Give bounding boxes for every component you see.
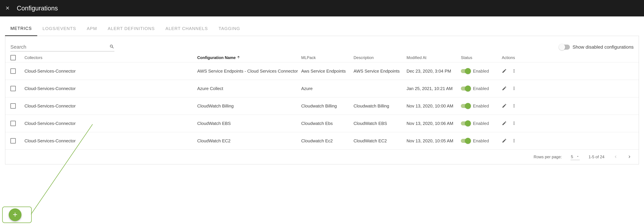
tab-alert-definitions[interactable]: ALERT DEFINITIONS xyxy=(102,22,160,36)
more-button[interactable] xyxy=(512,138,516,144)
header-status[interactable]: Status xyxy=(461,55,502,60)
rows-per-page-value: 5 xyxy=(571,154,573,159)
show-disabled-label: Show disabled configurations xyxy=(572,44,634,50)
cell-modified-at: Nov 13, 2020, 10:00 AM xyxy=(406,104,461,109)
table-row: Cloud-Services-Connector AWS Service End… xyxy=(5,62,639,80)
more-vert-icon xyxy=(512,103,516,109)
header-collectors[interactable]: Collectors xyxy=(24,55,197,60)
cell-config-name: Azure Collect xyxy=(197,86,301,91)
cell-mlpack: Azure xyxy=(301,86,354,91)
cell-collectors: Cloud-Services-Connector xyxy=(24,138,197,144)
status-toggle[interactable] xyxy=(461,69,470,73)
row-checkbox[interactable] xyxy=(10,68,16,74)
table-row: Cloud-Services-Connector CloudWatch EC2 … xyxy=(5,132,639,150)
edit-button[interactable] xyxy=(502,103,507,109)
status-label: Enabled xyxy=(473,86,489,91)
more-button[interactable] xyxy=(512,121,516,126)
show-disabled-toggle[interactable] xyxy=(559,44,570,50)
pencil-icon xyxy=(502,86,507,92)
tab-alert-channels[interactable]: ALERT CHANNELS xyxy=(160,22,213,36)
tab-metrics[interactable]: METRICS xyxy=(5,22,37,36)
row-checkbox[interactable] xyxy=(10,103,16,109)
status-label: Enabled xyxy=(473,104,489,109)
more-vert-icon xyxy=(512,86,516,92)
next-page-button[interactable] xyxy=(627,154,632,160)
header-mlpack[interactable]: MLPack xyxy=(301,55,354,60)
close-button[interactable] xyxy=(5,6,10,11)
table-row: Cloud-Services-Connector CloudWatch Bill… xyxy=(5,98,639,115)
cell-config-name: CloudWatch EC2 xyxy=(197,138,301,144)
chevron-right-icon xyxy=(627,154,632,160)
select-all-checkbox[interactable] xyxy=(10,55,16,60)
tab-apm[interactable]: APM xyxy=(82,22,102,36)
cell-collectors: Cloud-Services-Connector xyxy=(24,68,197,74)
header-modified-at[interactable]: Modified At xyxy=(406,55,461,60)
status-label: Enabled xyxy=(473,68,489,74)
pencil-icon xyxy=(502,68,507,74)
cell-collectors: Cloud-Services-Connector xyxy=(24,121,197,126)
status-label: Enabled xyxy=(473,138,489,144)
edit-button[interactable] xyxy=(502,138,507,144)
row-checkbox[interactable] xyxy=(10,138,16,144)
pencil-icon xyxy=(502,121,507,126)
show-disabled-toggle-wrap: Show disabled configurations xyxy=(559,44,634,50)
more-button[interactable] xyxy=(512,86,516,92)
rows-per-page-select[interactable]: 5 xyxy=(570,154,580,160)
table-row: Cloud-Services-Connector Azure Collect A… xyxy=(5,80,639,98)
cell-config-name: CloudWatch Billing xyxy=(197,104,301,109)
edit-button[interactable] xyxy=(502,68,507,74)
more-vert-icon xyxy=(512,121,516,126)
rows-per-page-label: Rows per page: xyxy=(534,154,562,159)
tab-tagging[interactable]: TAGGING xyxy=(213,22,245,36)
app-bar: Configurations xyxy=(0,0,644,16)
pencil-icon xyxy=(502,103,507,109)
status-toggle[interactable] xyxy=(461,139,470,143)
table-row: Cloud-Services-Connector CloudWatch EBS … xyxy=(5,115,639,132)
search-field[interactable] xyxy=(10,43,114,52)
row-checkbox[interactable] xyxy=(10,121,16,126)
search-input[interactable] xyxy=(10,43,109,51)
more-button[interactable] xyxy=(512,68,516,74)
cell-description: CloudWatch EBS xyxy=(354,121,406,126)
cell-modified-at: Nov 13, 2020, 10:05 AM xyxy=(406,138,461,144)
header-config-name[interactable]: Configuration Name xyxy=(197,55,301,60)
page-title: Configurations xyxy=(17,5,58,12)
cell-config-name: CloudWatch EBS xyxy=(197,121,301,126)
status-toggle[interactable] xyxy=(461,122,470,126)
cell-mlpack: Cloudwatch Ebs xyxy=(301,121,354,126)
cell-mlpack: Cloudwatch Billing xyxy=(301,104,354,109)
cell-collectors: Cloud-Services-Connector xyxy=(24,86,197,91)
header-description[interactable]: Description xyxy=(354,55,406,60)
cell-config-name: AWS Service Endpoints - Cloud Services C… xyxy=(197,68,301,74)
configurations-table: Collectors Configuration Name MLPack Des… xyxy=(5,53,639,150)
cell-description: CloudWatch EC2 xyxy=(354,138,406,144)
add-button[interactable] xyxy=(9,208,22,221)
row-checkbox[interactable] xyxy=(10,86,16,91)
tabs: METRICS LOGS/EVENTS APM ALERT DEFINITION… xyxy=(5,22,639,36)
cell-modified-at: Jan 25, 2021, 10:21 AM xyxy=(406,86,461,91)
tab-logs-events[interactable]: LOGS/EVENTS xyxy=(37,22,82,36)
search-icon xyxy=(109,44,114,50)
plus-icon xyxy=(12,211,18,218)
pagination: Rows per page: 5 1-5 of 24 xyxy=(5,150,639,164)
chevron-left-icon xyxy=(613,154,618,160)
edit-button[interactable] xyxy=(502,86,507,92)
pencil-icon xyxy=(502,138,507,144)
cell-modified-at: Dec 23, 2020, 3:04 PM xyxy=(406,68,461,74)
sort-ascending-icon xyxy=(237,55,240,60)
more-button[interactable] xyxy=(512,103,516,109)
edit-button[interactable] xyxy=(502,121,507,126)
chevron-down-icon xyxy=(576,154,580,159)
status-toggle[interactable] xyxy=(461,86,470,90)
status-label: Enabled xyxy=(473,121,489,126)
cell-modified-at: Nov 13, 2020, 10:06 AM xyxy=(406,121,461,126)
more-vert-icon xyxy=(512,68,516,74)
cell-mlpack: Cloudwatch Ec2 xyxy=(301,138,354,144)
more-vert-icon xyxy=(512,138,516,144)
cell-description: Cloudwatch Billing xyxy=(354,104,406,109)
status-toggle[interactable] xyxy=(461,104,470,108)
prev-page-button[interactable] xyxy=(613,154,618,160)
close-icon xyxy=(5,6,10,11)
toolbar: Show disabled configurations xyxy=(5,36,639,53)
cell-collectors: Cloud-Services-Connector xyxy=(24,104,197,109)
